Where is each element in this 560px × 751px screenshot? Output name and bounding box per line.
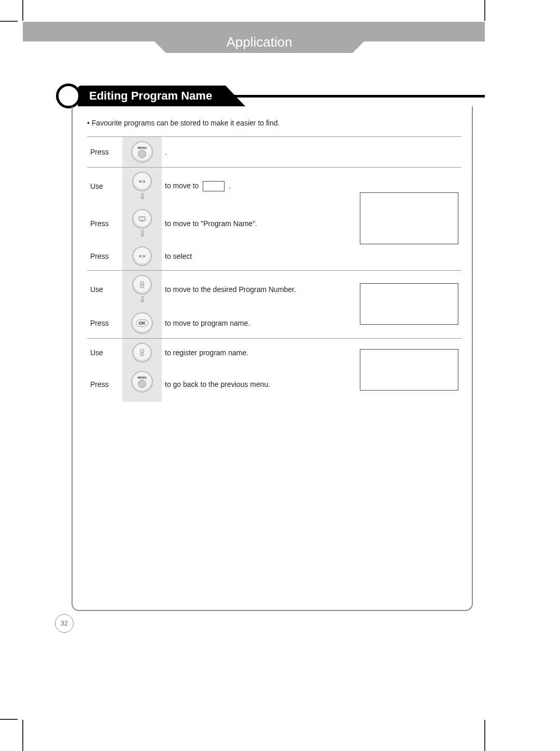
screenshot-placeholder <box>360 192 458 244</box>
step-action: Press <box>87 242 122 271</box>
step-desc: to go back to the previous menu. <box>162 367 336 402</box>
up-down-button-icon <box>132 343 152 363</box>
page-number: 32 <box>61 620 67 627</box>
crop-mark <box>0 21 18 22</box>
step-action: Press <box>87 205 122 242</box>
step-desc: to move to . <box>162 168 336 205</box>
button-dot-icon <box>138 380 146 388</box>
screenshot-cell <box>336 271 461 339</box>
down-arrow-icon: ⇩ <box>125 296 159 304</box>
content-box: • Favourite programs can be stored to ma… <box>72 106 473 611</box>
ok-button-icon: OK <box>131 312 153 334</box>
step-action: Press <box>87 367 122 402</box>
crop-mark <box>484 0 485 21</box>
svg-rect-0 <box>141 180 144 182</box>
step-action: Press <box>87 137 122 168</box>
menu-button-icon: MENU <box>131 141 153 163</box>
svg-rect-4 <box>141 255 144 257</box>
step-desc: to move to program name. <box>162 308 336 339</box>
step-desc: to move to "Program Name". <box>162 205 336 242</box>
tv-svg <box>137 214 147 224</box>
up-down-button-icon <box>132 275 152 295</box>
step-action: Use <box>87 339 122 367</box>
updown-svg <box>137 347 147 358</box>
lr-arrows-svg <box>137 176 147 187</box>
crop-mark <box>22 0 23 21</box>
screenshot-cell <box>336 137 461 168</box>
svg-point-2 <box>142 218 143 219</box>
down-arrow-icon: ⇩ <box>125 230 159 238</box>
intro-text: • Favourite programs can be stored to ma… <box>87 119 461 127</box>
step-action: Use <box>87 271 122 309</box>
down-arrow-icon: ⇩ <box>125 192 159 201</box>
crop-mark <box>0 719 18 720</box>
inline-blank-box <box>203 181 225 191</box>
crop-mark <box>22 720 23 751</box>
section-bullet-icon <box>56 84 81 108</box>
tv-button-icon <box>132 209 152 229</box>
left-right-arrows-icon <box>132 172 152 191</box>
step-button-cell: MENU <box>122 367 162 402</box>
step-action: Press <box>87 308 122 339</box>
lr-arrows-svg <box>137 251 147 261</box>
step-button-cell: ⇩ <box>122 271 162 309</box>
step-desc-text: . <box>229 182 231 190</box>
page-number-badge: 32 <box>55 614 74 633</box>
step-desc-text: . <box>165 148 167 156</box>
step-action: Use <box>87 168 122 205</box>
menu-label: MENU <box>137 376 147 379</box>
section-heading: Editing Program Name <box>56 86 485 106</box>
step-button-cell: ⇩ <box>122 205 162 242</box>
ok-label: OK <box>136 319 148 327</box>
steps-table: Press MENU . Use <box>87 136 461 402</box>
step-button-cell: MENU <box>122 137 162 168</box>
screenshot-placeholder <box>360 349 458 391</box>
step-desc-text: to move to <box>165 182 199 190</box>
step-button-cell <box>122 339 162 367</box>
chapter-title: Application <box>226 34 292 50</box>
screenshot-cell <box>336 339 461 402</box>
screenshot-cell <box>336 168 461 271</box>
step-desc: to select <box>162 242 336 271</box>
step-button-cell: ⇩ <box>122 168 162 205</box>
section-title: Editing Program Name <box>89 89 212 103</box>
crop-mark <box>484 720 485 751</box>
step-button-cell <box>122 242 162 271</box>
menu-label: MENU <box>137 146 147 149</box>
step-desc: . <box>162 137 336 168</box>
section-heading-tab: Editing Program Name <box>78 86 226 106</box>
button-dot-icon <box>138 150 146 158</box>
left-right-arrows-icon <box>132 246 152 266</box>
screenshot-placeholder <box>360 283 458 325</box>
updown-svg <box>137 280 147 290</box>
chapter-tab: Application <box>166 31 353 53</box>
step-button-cell: OK <box>122 308 162 339</box>
step-desc: to register program name. <box>162 339 336 367</box>
menu-button-icon: MENU <box>131 371 153 393</box>
step-desc: to move to the desired Program Number. <box>162 271 336 309</box>
